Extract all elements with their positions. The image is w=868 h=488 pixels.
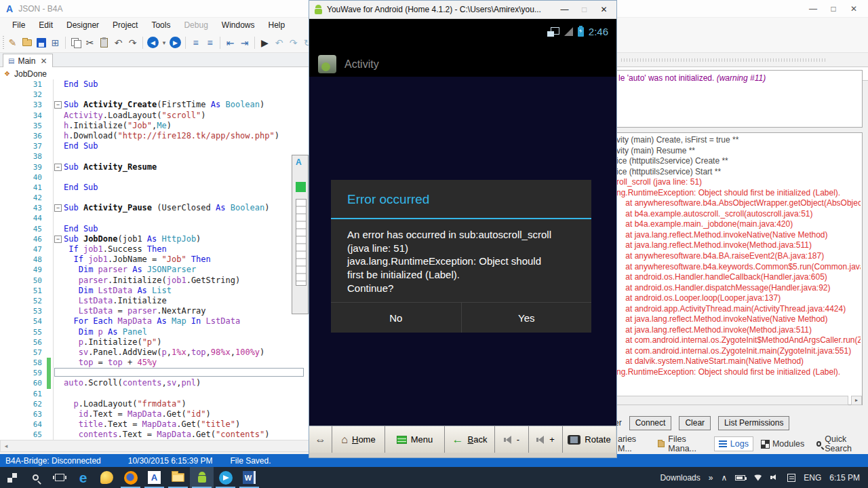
youwave-maximize-button[interactable]: □ [574,1,594,19]
task-view-button[interactable] [47,467,71,488]
nav-dropdown-icon[interactable]: ▾ [160,35,168,50]
yes-button[interactable]: Yes [462,303,592,333]
rotate-button[interactable]: Rotate [563,426,616,453]
telegram-icon [219,471,233,485]
new-file-icon[interactable]: ✎ [5,35,20,50]
tray-wifi-icon[interactable] [753,474,762,481]
firefox-icon[interactable] [119,467,142,488]
dock-drag-handle[interactable] [621,58,827,62]
fold-toggle-icon[interactable]: − [54,101,62,109]
youwave-title-bar[interactable]: YouWave for Android (Home 4.1.2) - C:\Us… [309,1,616,19]
run-icon[interactable]: ▶ [258,35,272,50]
b4a-close-button[interactable]: ✕ [844,0,864,18]
connect-button[interactable]: Connect [629,416,672,430]
taskbar-clock[interactable]: 6:15 PM [829,473,860,483]
button-label: Menu [411,434,433,445]
clear-button[interactable]: Clear [679,416,711,430]
logs-scroll-right-arrow-icon[interactable]: ▸ [851,396,862,405]
tray-volume-icon[interactable] [770,474,779,481]
edge-icon[interactable]: e [71,467,95,488]
code-text: parser.Initialize(job1.GetString) [64,276,240,286]
explorer-icon[interactable] [166,467,190,488]
cut-icon[interactable]: ✂ [83,35,97,50]
logs-scroll-track[interactable] [615,396,848,405]
menu-item-debug[interactable]: Debug [177,18,214,33]
telegram-icon[interactable] [214,467,237,488]
menu-item-designer[interactable]: Designer [60,18,106,33]
bridge-status: B4A-Bridge: Disconnected [5,456,101,466]
menu-item-project[interactable]: Project [106,18,144,33]
volume-up-button[interactable]: + [529,426,563,453]
scroll-left-arrow-icon[interactable]: ◂ [1,443,12,449]
menu-item-edit[interactable]: Edit [32,18,60,33]
word-icon[interactable]: W [237,467,261,488]
youwave-taskbar-icon[interactable] [190,467,214,488]
b4a-minimize-button[interactable]: — [803,0,823,18]
logs-panel[interactable]: vity (main) Create, isFirst = true **vit… [614,132,863,405]
b4a-taskbar-icon[interactable]: A [142,467,166,488]
tray-expand-icon[interactable]: ∧ [721,473,727,483]
comment-icon[interactable]: ≡ [189,35,203,50]
outdent-icon[interactable]: ⇤ [223,35,237,50]
bottom-tab-files-mana-[interactable]: Files Mana... [654,432,710,455]
save-icon[interactable] [34,35,48,50]
menu-item-file[interactable]: File [5,18,32,33]
indent-icon[interactable]: ⇥ [237,35,252,50]
open-project-icon[interactable] [20,35,34,50]
resize-button[interactable]: ⇔ [309,426,332,453]
menu-button[interactable]: Menu [385,426,445,453]
menu-item-help[interactable]: Help [262,18,292,33]
modules-icon[interactable]: ⊞ [48,35,62,50]
copy-icon[interactable] [68,35,83,50]
resume-icon[interactable]: ↶ [272,35,286,50]
code-text: p.Initialize("p") [64,337,162,348]
bottom-tab-quick-search[interactable]: Quick Search [812,432,868,455]
fold-toggle-icon[interactable]: − [54,236,62,243]
volume-down-button[interactable]: - [495,426,529,453]
navigate-forward-icon[interactable]: ▶ [168,35,182,50]
logs-horizontal-scrollbar[interactable]: ▸ [615,396,862,405]
code-text: h.Initialize("Job",Me) [64,121,172,131]
uncomment-icon[interactable]: ≡ [203,35,217,50]
bottom-tab-logs[interactable]: Logs [714,436,753,451]
fold-toggle-icon[interactable]: − [54,204,62,212]
step-over-icon[interactable]: ↷ [286,35,300,50]
action-center-icon[interactable] [787,474,795,482]
bottom-tab-modules[interactable]: Modules [757,437,808,451]
navigate-back-icon[interactable]: ◀ [146,35,160,50]
home-button[interactable]: ⌂Home [332,426,385,453]
yellow-app-icon[interactable] [95,467,119,488]
undo-icon[interactable]: ↶ [111,35,125,50]
tab-close-icon[interactable]: ✕ [40,56,47,66]
redo-icon[interactable]: ↷ [125,35,140,50]
code-text: contents.Text = MapData.Get("contents") [64,430,269,440]
line-number: 50 [0,276,42,286]
line-number: 35 [0,121,42,131]
fold-toggle-icon[interactable]: − [54,164,62,171]
no-button[interactable]: No [331,303,462,333]
menu-item-windows[interactable]: Windows [215,18,262,33]
b4a-maximize-button[interactable]: □ [823,0,844,18]
downloads-toolbar-label[interactable]: Downloads [660,473,700,483]
language-indicator[interactable]: ENG [804,473,821,483]
android-screen[interactable]: 2:46 Activity Error occurred An error ha… [309,19,616,427]
youwave-toolbar: ⇔⌂HomeMenu←Back-+Rotate [309,426,616,453]
desktop: A JSON - B4A — □ ✕ FileEditDesignerProje… [0,0,868,488]
paste-icon[interactable] [97,35,111,50]
youwave-minimize-button[interactable]: — [555,1,574,19]
list-permissions-button[interactable]: List Permissions [718,416,789,430]
line-number: 44 [0,213,42,223]
search-button[interactable] [24,467,47,488]
tab-main[interactable]: ▤ Main ✕ [3,54,53,67]
start-button[interactable] [0,467,24,488]
menu-item-tools[interactable]: Tools [144,18,177,33]
bottom-tab-label: Files Mana... [668,434,706,453]
tray-battery-icon[interactable] [735,475,745,481]
warnings-panel[interactable]: le 'auto' was not initialized. (warning … [614,70,863,128]
back-button[interactable]: ←Back [445,426,495,453]
change-marker [47,358,51,368]
toolbar-drag-handle[interactable] [3,36,4,50]
bottom-tab-aries-m-[interactable]: aries M... [614,432,650,455]
youwave-close-button[interactable]: ✕ [594,1,614,19]
toolbar-overflow-chevrons[interactable]: » [709,473,713,483]
